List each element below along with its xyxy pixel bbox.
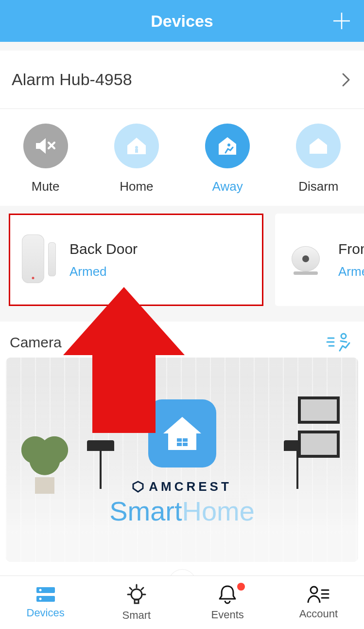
- account-tab-icon: [307, 585, 329, 604]
- mute-icon: [34, 136, 57, 156]
- svg-line-22: [130, 588, 132, 590]
- mode-disarm[interactable]: Disarm: [273, 124, 364, 194]
- devices-tab-icon: [35, 586, 56, 603]
- plus-icon: [331, 11, 352, 31]
- svg-point-26: [311, 587, 317, 593]
- tab-devices[interactable]: Devices: [0, 576, 91, 629]
- brand-product-b: Home: [182, 496, 254, 526]
- page-title: Devices: [151, 12, 213, 31]
- tab-smart[interactable]: Smart: [91, 576, 182, 629]
- svg-point-4: [135, 146, 138, 149]
- tab-label: Account: [299, 608, 338, 620]
- tab-bar: Devices Smart Events: [0, 575, 364, 629]
- brand-product-a: Smart: [109, 496, 182, 526]
- tab-events[interactable]: Events: [182, 576, 273, 629]
- brand-block: AMCREST SmartHome: [6, 479, 358, 527]
- mode-away[interactable]: Away: [182, 124, 273, 194]
- smart-tab-icon: [127, 584, 146, 605]
- brand-name: AMCREST: [149, 479, 232, 494]
- mode-label: Home: [120, 179, 153, 194]
- device-name: Front: [338, 241, 364, 257]
- svg-point-7: [341, 334, 346, 339]
- mode-mute[interactable]: Mute: [0, 124, 91, 194]
- hub-name: Alarm Hub-4958: [12, 70, 132, 89]
- mode-label: Away: [212, 179, 243, 194]
- device-status: Armed: [69, 264, 138, 279]
- camera-preview[interactable]: AMCREST SmartHome: [6, 358, 358, 562]
- app-logo-badge: [148, 399, 216, 467]
- tab-label: Smart: [122, 609, 151, 622]
- svg-line-23: [141, 588, 143, 590]
- device-card-front[interactable]: Front Armed: [275, 214, 364, 306]
- notification-dot-icon: [237, 583, 245, 591]
- away-icon: [216, 135, 239, 157]
- device-status: Armed: [338, 264, 364, 279]
- tab-account[interactable]: Account: [273, 576, 364, 629]
- camera-icon: [287, 245, 325, 275]
- svg-rect-20: [135, 599, 139, 603]
- svg-point-18: [39, 597, 41, 600]
- motion-icon[interactable]: [326, 332, 351, 353]
- header-bar: Devices: [0, 0, 364, 42]
- camera-section-title: Camera: [10, 334, 62, 351]
- house-icon: [160, 414, 204, 453]
- svg-rect-5: [135, 149, 138, 153]
- disarm-icon: [308, 136, 329, 156]
- bell-icon: [218, 584, 237, 605]
- camera-section: Camera: [0, 322, 364, 603]
- mode-home[interactable]: Home: [91, 124, 182, 194]
- chevron-right-icon: [342, 72, 350, 87]
- tab-label: Events: [211, 609, 243, 621]
- device-card-back-door[interactable]: Back Door Armed: [9, 214, 263, 306]
- mode-label: Mute: [32, 179, 60, 194]
- home-icon: [125, 136, 148, 156]
- device-name: Back Door: [69, 241, 138, 257]
- door-sensor-icon: [22, 234, 56, 285]
- svg-point-19: [131, 589, 142, 600]
- add-device-button[interactable]: [331, 10, 352, 32]
- alarm-modes: Mute Home Away: [0, 109, 364, 206]
- brand-mark-icon: [132, 481, 144, 493]
- tab-label: Devices: [27, 607, 65, 619]
- svg-rect-14: [185, 423, 189, 430]
- svg-point-6: [227, 144, 230, 146]
- mode-label: Disarm: [298, 179, 338, 194]
- device-cards: Back Door Armed Front Armed: [0, 206, 364, 315]
- svg-point-17: [39, 589, 41, 591]
- alarm-hub-row[interactable]: Alarm Hub-4958: [0, 51, 364, 109]
